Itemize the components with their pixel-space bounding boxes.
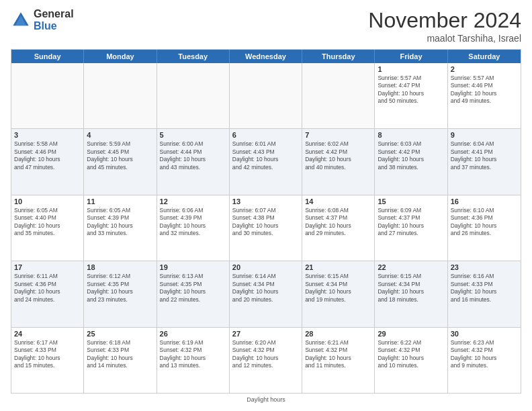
cal-cell-day-30: 30Sunrise: 6:23 AM Sunset: 4:32 PM Dayli… (448, 328, 521, 393)
day-number: 29 (378, 330, 444, 338)
header-day-friday: Friday (375, 50, 447, 63)
day-info: Sunrise: 6:21 AM Sunset: 4:32 PM Dayligh… (305, 339, 371, 370)
header-day-monday: Monday (84, 50, 157, 63)
day-number: 7 (305, 131, 371, 139)
day-info: Sunrise: 6:16 AM Sunset: 4:33 PM Dayligh… (451, 273, 518, 304)
day-number: 8 (378, 131, 444, 139)
day-number: 12 (160, 197, 226, 205)
cal-cell-day-27: 27Sunrise: 6:20 AM Sunset: 4:32 PM Dayli… (230, 328, 302, 393)
day-number: 6 (232, 131, 299, 139)
day-number: 26 (160, 330, 226, 338)
cal-cell-day-9: 9Sunrise: 6:04 AM Sunset: 4:41 PM Daylig… (448, 129, 521, 194)
cal-cell-day-28: 28Sunrise: 6:21 AM Sunset: 4:32 PM Dayli… (302, 328, 375, 393)
day-info: Sunrise: 6:01 AM Sunset: 4:43 PM Dayligh… (232, 140, 299, 171)
day-number: 27 (232, 330, 299, 338)
day-info: Sunrise: 6:09 AM Sunset: 4:37 PM Dayligh… (378, 207, 444, 238)
day-info: Sunrise: 6:12 AM Sunset: 4:35 PM Dayligh… (87, 273, 153, 304)
cal-cell-empty (84, 63, 157, 128)
cal-row-2: 10Sunrise: 6:05 AM Sunset: 4:40 PM Dayli… (11, 195, 521, 261)
day-info: Sunrise: 6:05 AM Sunset: 4:40 PM Dayligh… (14, 207, 81, 238)
day-info: Sunrise: 6:23 AM Sunset: 4:32 PM Dayligh… (451, 339, 518, 370)
logo-text: General Blue (34, 8, 74, 32)
day-info: Sunrise: 6:11 AM Sunset: 4:36 PM Dayligh… (14, 273, 81, 304)
daylight-label: Daylight hours (247, 396, 285, 403)
day-info: Sunrise: 6:15 AM Sunset: 4:34 PM Dayligh… (305, 273, 371, 304)
day-info: Sunrise: 6:03 AM Sunset: 4:42 PM Dayligh… (378, 140, 444, 171)
day-number: 24 (14, 330, 81, 338)
day-info: Sunrise: 5:57 AM Sunset: 4:47 PM Dayligh… (378, 75, 444, 105)
logo-icon (11, 10, 31, 30)
cal-cell-day-6: 6Sunrise: 6:01 AM Sunset: 4:43 PM Daylig… (230, 129, 302, 194)
day-number: 17 (14, 263, 81, 271)
day-number: 1 (378, 65, 444, 73)
day-number: 22 (378, 263, 444, 271)
day-info: Sunrise: 6:04 AM Sunset: 4:41 PM Dayligh… (451, 140, 518, 171)
day-info: Sunrise: 6:20 AM Sunset: 4:32 PM Dayligh… (232, 339, 299, 370)
day-number: 25 (87, 330, 153, 338)
day-info: Sunrise: 6:18 AM Sunset: 4:33 PM Dayligh… (87, 339, 153, 370)
day-info: Sunrise: 6:08 AM Sunset: 4:37 PM Dayligh… (305, 207, 371, 238)
cal-cell-day-4: 4Sunrise: 5:59 AM Sunset: 4:45 PM Daylig… (84, 129, 157, 194)
day-info: Sunrise: 6:07 AM Sunset: 4:38 PM Dayligh… (232, 207, 299, 238)
cal-cell-day-1: 1Sunrise: 5:57 AM Sunset: 4:47 PM Daylig… (375, 63, 447, 128)
cal-cell-day-10: 10Sunrise: 6:05 AM Sunset: 4:40 PM Dayli… (11, 195, 84, 261)
day-number: 10 (14, 197, 81, 205)
day-info: Sunrise: 6:22 AM Sunset: 4:32 PM Dayligh… (378, 339, 444, 370)
cal-cell-day-13: 13Sunrise: 6:07 AM Sunset: 4:38 PM Dayli… (230, 195, 302, 261)
day-number: 28 (305, 330, 371, 338)
cal-cell-day-3: 3Sunrise: 5:58 AM Sunset: 4:46 PM Daylig… (11, 129, 84, 194)
cal-cell-day-11: 11Sunrise: 6:05 AM Sunset: 4:39 PM Dayli… (84, 195, 157, 261)
month-title: November 2024 (368, 8, 521, 33)
cal-cell-day-25: 25Sunrise: 6:18 AM Sunset: 4:33 PM Dayli… (84, 328, 157, 393)
day-number: 21 (305, 263, 371, 271)
day-number: 30 (451, 330, 518, 338)
cal-row-4: 24Sunrise: 6:17 AM Sunset: 4:33 PM Dayli… (11, 328, 521, 393)
header: General Blue November 2024 maalot Tarshi… (11, 8, 521, 44)
cal-row-3: 17Sunrise: 6:11 AM Sunset: 4:36 PM Dayli… (11, 261, 521, 327)
cal-cell-day-17: 17Sunrise: 6:11 AM Sunset: 4:36 PM Dayli… (11, 261, 84, 326)
day-info: Sunrise: 6:14 AM Sunset: 4:34 PM Dayligh… (232, 273, 299, 304)
day-info: Sunrise: 5:57 AM Sunset: 4:46 PM Dayligh… (451, 75, 518, 105)
header-day-wednesday: Wednesday (230, 50, 302, 63)
header-day-saturday: Saturday (448, 50, 521, 63)
cal-cell-day-23: 23Sunrise: 6:16 AM Sunset: 4:33 PM Dayli… (448, 261, 521, 326)
day-number: 14 (305, 197, 371, 205)
header-day-sunday: Sunday (11, 50, 84, 63)
calendar: SundayMondayTuesdayWednesdayThursdayFrid… (11, 49, 521, 394)
day-number: 2 (451, 65, 518, 73)
logo: General Blue (11, 8, 74, 32)
calendar-header: SundayMondayTuesdayWednesdayThursdayFrid… (11, 50, 521, 63)
cal-row-0: 1Sunrise: 5:57 AM Sunset: 4:47 PM Daylig… (11, 63, 521, 129)
cal-cell-day-21: 21Sunrise: 6:15 AM Sunset: 4:34 PM Dayli… (302, 261, 375, 326)
header-day-tuesday: Tuesday (157, 50, 230, 63)
day-info: Sunrise: 6:02 AM Sunset: 4:42 PM Dayligh… (305, 140, 371, 171)
day-number: 20 (232, 263, 299, 271)
day-number: 23 (451, 263, 518, 271)
day-number: 15 (378, 197, 444, 205)
day-number: 3 (14, 131, 81, 139)
cal-cell-day-2: 2Sunrise: 5:57 AM Sunset: 4:46 PM Daylig… (448, 63, 521, 128)
page: General Blue November 2024 maalot Tarshi… (0, 0, 532, 411)
cal-cell-day-26: 26Sunrise: 6:19 AM Sunset: 4:32 PM Dayli… (157, 328, 230, 393)
day-info: Sunrise: 6:00 AM Sunset: 4:44 PM Dayligh… (160, 140, 226, 171)
logo-general: General (34, 8, 74, 20)
day-number: 16 (451, 197, 518, 205)
cal-cell-empty (230, 63, 302, 128)
cal-cell-day-14: 14Sunrise: 6:08 AM Sunset: 4:37 PM Dayli… (302, 195, 375, 261)
day-number: 4 (87, 131, 153, 139)
cal-cell-day-20: 20Sunrise: 6:14 AM Sunset: 4:34 PM Dayli… (230, 261, 302, 326)
location-subtitle: maalot Tarshiha, Israel (368, 33, 521, 44)
day-info: Sunrise: 6:13 AM Sunset: 4:35 PM Dayligh… (160, 273, 226, 304)
cal-row-1: 3Sunrise: 5:58 AM Sunset: 4:46 PM Daylig… (11, 129, 521, 195)
calendar-body: 1Sunrise: 5:57 AM Sunset: 4:47 PM Daylig… (11, 63, 521, 393)
header-day-thursday: Thursday (302, 50, 375, 63)
cal-cell-empty (157, 63, 230, 128)
day-info: Sunrise: 6:15 AM Sunset: 4:34 PM Dayligh… (378, 273, 444, 304)
cal-cell-day-24: 24Sunrise: 6:17 AM Sunset: 4:33 PM Dayli… (11, 328, 84, 393)
day-info: Sunrise: 6:10 AM Sunset: 4:36 PM Dayligh… (451, 207, 518, 238)
logo-blue: Blue (34, 20, 74, 32)
cal-cell-day-5: 5Sunrise: 6:00 AM Sunset: 4:44 PM Daylig… (157, 129, 230, 194)
day-number: 11 (87, 197, 153, 205)
day-number: 13 (232, 197, 299, 205)
cal-cell-day-18: 18Sunrise: 6:12 AM Sunset: 4:35 PM Dayli… (84, 261, 157, 326)
